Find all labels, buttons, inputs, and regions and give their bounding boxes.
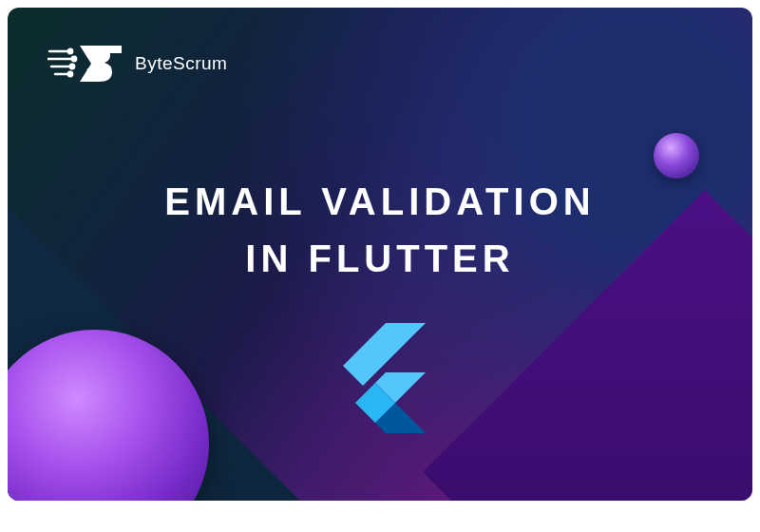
svg-point-3	[68, 72, 72, 76]
headline: EMAIL VALIDATION IN FLUTTER	[8, 173, 752, 287]
flutter-icon	[334, 323, 426, 433]
svg-point-0	[68, 49, 72, 53]
decorative-sphere-small	[654, 133, 699, 179]
headline-line-2: IN FLUTTER	[8, 230, 752, 287]
svg-point-1	[72, 57, 76, 61]
promo-card: ByteScrum EMAIL VALIDATION IN FLUTTER	[8, 8, 752, 501]
brand-logo: ByteScrum	[48, 42, 227, 86]
svg-point-2	[70, 65, 74, 68]
bytescrum-icon	[48, 42, 122, 86]
decorative-sphere-large	[8, 330, 209, 501]
brand-name: ByteScrum	[135, 53, 227, 74]
headline-line-1: EMAIL VALIDATION	[8, 173, 752, 230]
